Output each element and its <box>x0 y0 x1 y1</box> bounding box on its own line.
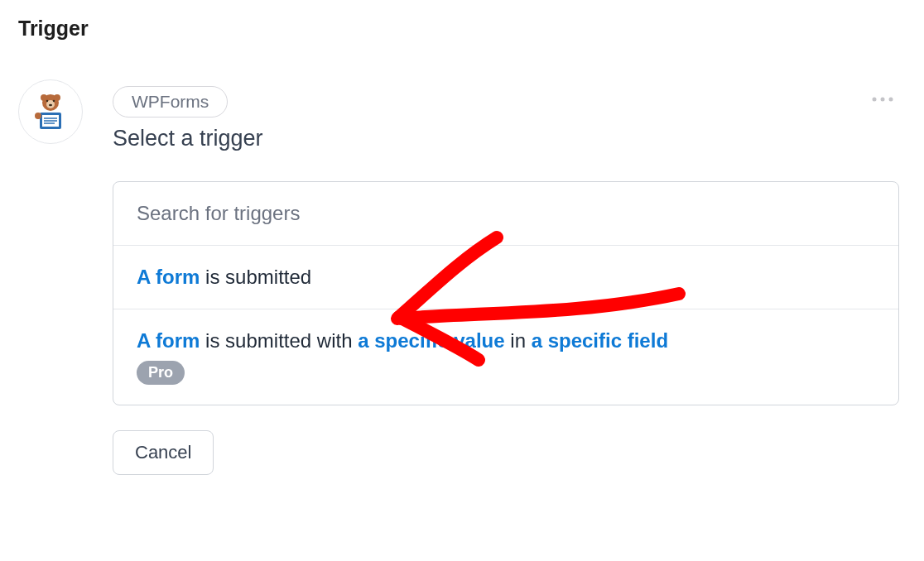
cancel-button[interactable]: Cancel <box>113 430 214 475</box>
pro-badge: Pro <box>137 361 185 385</box>
trigger-option-0[interactable]: A form is submitted <box>113 246 898 309</box>
option-text-part: A form <box>137 266 200 288</box>
svg-point-14 <box>881 98 885 102</box>
section-title: Select a trigger <box>113 126 899 151</box>
option-text-part: a specific value <box>358 329 504 352</box>
option-text-part: in <box>505 329 532 352</box>
header-row: WPForms <box>113 86 899 117</box>
trigger-content: WPForms Select a trigger Search for trig… <box>113 86 906 475</box>
svg-point-12 <box>35 113 41 119</box>
option-text-part: A form <box>137 329 200 352</box>
integration-avatar <box>18 79 83 144</box>
svg-point-13 <box>873 98 877 102</box>
more-menu-icon[interactable] <box>871 91 894 106</box>
search-input[interactable]: Search for triggers <box>113 182 898 246</box>
svg-point-2 <box>54 94 60 101</box>
trigger-dropdown: Search for triggers A form is submittedA… <box>113 181 899 405</box>
option-text-part: is submitted with <box>200 329 358 352</box>
option-text-part: is submitted <box>200 266 311 288</box>
wpforms-icon <box>27 89 74 135</box>
svg-point-4 <box>46 100 48 102</box>
integration-chip[interactable]: WPForms <box>113 86 228 117</box>
svg-point-5 <box>53 100 55 102</box>
svg-point-15 <box>889 98 893 102</box>
svg-point-6 <box>49 104 52 107</box>
trigger-option-1[interactable]: A form is submitted with a specific valu… <box>113 309 898 405</box>
trigger-row: WPForms Select a trigger Search for trig… <box>18 86 906 475</box>
svg-point-1 <box>41 94 47 101</box>
page-title: Trigger <box>18 17 906 41</box>
option-text-part: a specific field <box>532 329 668 352</box>
